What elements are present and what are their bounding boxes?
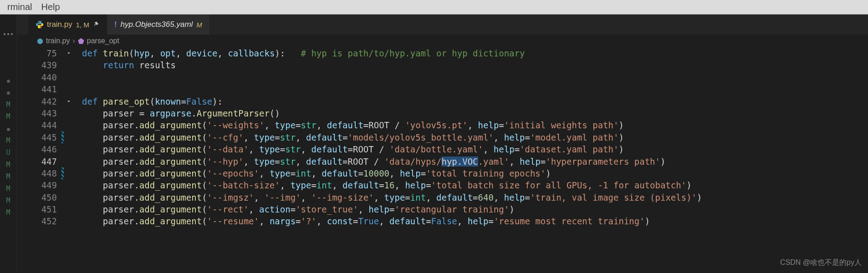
menu-help[interactable]: Help — [36, 2, 64, 12]
code-line[interactable]: parser.add_argument('--resume', nargs='?… — [82, 215, 868, 227]
line-number: 439 — [29, 59, 57, 71]
gutter-mark: M — [4, 171, 12, 182]
fold-empty — [64, 156, 74, 167]
tab-mod-indicator: M — [196, 21, 202, 29]
code-area[interactable]: def train(hyp, opt, device, callbacks): … — [74, 47, 868, 273]
gutter-mark — [4, 75, 12, 86]
fold-empty — [64, 143, 74, 155]
code-editor[interactable]: 7543944044144244344444544644744844945045… — [17, 47, 868, 273]
activity-gutter: MMMUMMMMM — [0, 15, 16, 273]
code-line[interactable]: parser.add_argument('--epochs', type=int… — [82, 167, 868, 179]
fold-gutter — [64, 47, 74, 273]
watermark: CSDN @啥也不是的py人 — [780, 258, 862, 268]
code-line[interactable]: parser.add_argument('--batch-size', type… — [82, 179, 868, 191]
code-line[interactable]: parser = argparse.ArgumentParser() — [82, 107, 868, 119]
code-line[interactable]: parser.add_argument('--rect', action='st… — [82, 203, 868, 215]
fold-empty — [64, 131, 74, 143]
line-number: 445 — [29, 131, 57, 143]
code-line[interactable]: parser.add_argument('--cfg', type=str, d… — [82, 131, 868, 143]
fold-empty — [64, 215, 74, 227]
gutter-mark — [4, 86, 12, 98]
gutter-mark: M — [4, 183, 12, 195]
line-number: 75 — [29, 47, 57, 59]
line-number: 444 — [29, 119, 57, 131]
line-numbers: 7543944044144244344444544644744844945045… — [29, 47, 61, 273]
fold-empty — [64, 83, 74, 95]
line-number: 443 — [29, 107, 57, 119]
fold-empty — [64, 167, 74, 179]
line-number: 447 — [29, 156, 57, 167]
line-number: 450 — [29, 192, 57, 203]
code-line[interactable]: parser.add_argument('--hyp', type=str, d… — [82, 156, 868, 167]
python-icon: ⬢ — [37, 37, 43, 46]
editor-main: train.py 1, M ! hyp.Objects365.yaml M ⬢ … — [16, 15, 868, 273]
fold-empty — [64, 107, 74, 119]
code-line[interactable] — [82, 71, 868, 83]
breadcrumb[interactable]: ⬢ train.py › ⬟ parse_opt — [29, 35, 128, 47]
code-line[interactable]: parser.add_argument('--imgsz', '--img', … — [82, 192, 868, 203]
code-line[interactable]: parser.add_argument('--weights', type=st… — [82, 119, 868, 131]
chevron-right-icon: › — [72, 37, 75, 45]
gutter-mark: M — [4, 99, 12, 111]
tab-bar: train.py 1, M ! hyp.Objects365.yaml M — [29, 15, 868, 35]
line-number: 442 — [29, 96, 57, 107]
line-number: 448 — [29, 167, 57, 179]
menubar: rminal Help — [0, 0, 868, 15]
fold-chevron-down-icon[interactable] — [64, 96, 74, 107]
tab-filename: train.py — [47, 20, 72, 29]
tab-mod-indicator: 1, M — [76, 21, 89, 29]
more-icon[interactable] — [4, 29, 13, 39]
tab-hyp-yaml[interactable]: ! hyp.Objects365.yaml M — [107, 15, 210, 35]
fold-empty — [64, 192, 74, 203]
gutter-mark: M — [4, 159, 12, 171]
fold-empty — [64, 59, 74, 71]
yaml-icon: ! — [114, 20, 117, 29]
code-line[interactable]: parser.add_argument('--data', type=str, … — [82, 143, 868, 155]
breadcrumb-file[interactable]: train.py — [46, 37, 70, 45]
line-number: 441 — [29, 83, 57, 95]
line-number: 446 — [29, 143, 57, 155]
menu-terminal[interactable]: rminal — [3, 2, 36, 12]
line-number: 449 — [29, 179, 57, 191]
code-line[interactable]: def parse_opt(known=False): — [82, 96, 868, 107]
python-icon — [36, 21, 43, 28]
code-line[interactable] — [82, 83, 868, 95]
code-line[interactable]: def train(hyp, opt, device, callbacks): … — [82, 47, 868, 59]
gutter-mark: M — [4, 207, 12, 218]
gutter-mark — [4, 123, 12, 135]
fold-empty — [64, 179, 74, 191]
fold-empty — [64, 119, 74, 131]
symbol-method-icon: ⬟ — [78, 37, 84, 46]
editor-app: MMMUMMMMM train.py 1, M ! hyp.Objects365… — [0, 15, 868, 273]
breadcrumb-symbol[interactable]: parse_opt — [87, 37, 119, 45]
line-number: 451 — [29, 203, 57, 215]
fold-chevron-down-icon[interactable] — [64, 47, 74, 59]
pin-icon[interactable] — [93, 21, 99, 28]
line-number: 440 — [29, 71, 57, 83]
tab-filename: hyp.Objects365.yaml — [121, 20, 193, 29]
fold-empty — [64, 203, 74, 215]
gutter-mark: M — [4, 111, 12, 122]
code-line[interactable]: return results — [82, 59, 868, 71]
gutter-mark: U — [4, 147, 12, 158]
line-number: 452 — [29, 215, 57, 227]
gutter-mark: M — [4, 195, 12, 207]
gutter-mark: M — [4, 135, 12, 147]
tab-train-py[interactable]: train.py 1, M — [29, 15, 107, 35]
fold-empty — [64, 71, 74, 83]
